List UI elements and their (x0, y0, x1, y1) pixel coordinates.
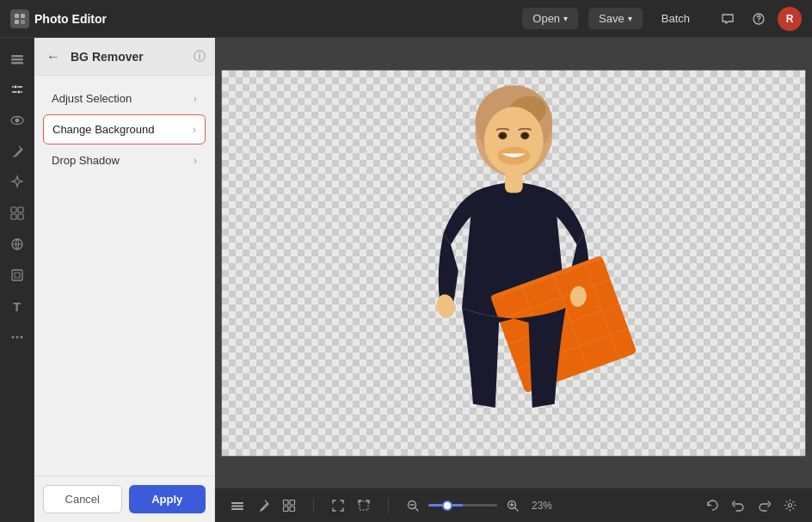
sidebar-item-view[interactable] (3, 107, 31, 134)
adjust-selection-chevron-icon: › (194, 93, 197, 105)
open-caret-icon: ▾ (563, 14, 568, 23)
zoom-out-button[interactable] (401, 494, 425, 518)
sidebar-item-effects[interactable] (3, 169, 31, 196)
bottom-view-group (326, 494, 376, 518)
svg-rect-50 (290, 500, 295, 505)
svg-rect-0 (15, 14, 19, 18)
zoom-controls: 23% (401, 494, 556, 518)
svg-point-60 (788, 504, 791, 507)
edit-bottom-icon[interactable] (251, 494, 275, 518)
svg-line-54 (415, 507, 419, 511)
zoom-slider[interactable] (428, 504, 497, 507)
sidebar-item-layers[interactable] (3, 45, 31, 72)
svg-rect-7 (11, 58, 23, 61)
bottom-toolbar: 23% (215, 488, 812, 522)
panel-body: Adjust Selection › Change Background › D… (34, 76, 214, 476)
sidebar-item-text[interactable]: T (3, 292, 31, 320)
svg-point-34 (521, 132, 527, 138)
bottom-separator-2 (388, 498, 389, 513)
panel-header: ← BG Remover ⓘ (34, 38, 214, 76)
app-logo: Photo Editor (10, 9, 107, 28)
save-caret-icon: ▾ (628, 14, 632, 23)
svg-point-23 (11, 336, 14, 339)
svg-rect-16 (18, 207, 23, 212)
svg-rect-15 (11, 207, 16, 212)
save-button[interactable]: Save ▾ (588, 8, 643, 29)
zoom-in-button[interactable] (501, 494, 525, 518)
sidebar-item-gallery[interactable] (3, 200, 31, 227)
topbar: Photo Editor Open ▾ Save ▾ Batch R (0, 0, 812, 38)
undo-button[interactable] (726, 494, 750, 518)
app-title: Photo Editor (34, 12, 107, 26)
svg-point-14 (15, 119, 19, 123)
svg-rect-8 (11, 62, 23, 64)
svg-point-10 (14, 85, 17, 89)
layers-bottom-icon[interactable] (225, 494, 249, 518)
logo-icon (10, 9, 29, 28)
svg-rect-3 (21, 20, 25, 24)
change-background-chevron-icon: › (193, 124, 196, 136)
drop-shadow-item[interactable]: Drop Shadow › (43, 146, 206, 175)
sidebar-item-more[interactable] (3, 323, 31, 351)
open-button[interactable]: Open ▾ (522, 8, 578, 29)
bg-remover-panel: ← BG Remover ⓘ Adjust Selection › Change… (34, 38, 215, 522)
topbar-actions: R (716, 7, 802, 31)
panel-footer: Cancel Apply (34, 476, 214, 522)
adjust-selection-item[interactable]: Adjust Selection › (43, 84, 206, 113)
svg-point-33 (500, 132, 506, 138)
svg-rect-35 (505, 170, 523, 193)
panel-back-button[interactable]: ← (43, 47, 64, 66)
svg-rect-49 (284, 500, 289, 505)
left-sidebar: T (0, 38, 34, 522)
batch-button[interactable]: Batch (653, 8, 698, 29)
svg-point-25 (20, 336, 22, 339)
avatar[interactable]: R (778, 7, 802, 31)
zoom-percent-label: 23% (528, 500, 556, 512)
panel-info-button[interactable]: ⓘ (194, 49, 206, 64)
person-figure (222, 71, 805, 456)
svg-rect-22 (15, 273, 20, 278)
chat-icon-button[interactable] (716, 7, 740, 31)
svg-line-57 (515, 507, 519, 511)
svg-rect-51 (284, 507, 289, 512)
fit-screen-icon[interactable] (326, 494, 350, 518)
svg-rect-48 (231, 508, 243, 510)
svg-rect-18 (18, 214, 23, 219)
svg-rect-21 (12, 270, 22, 280)
bottom-separator-1 (313, 498, 314, 513)
svg-point-29 (484, 107, 544, 175)
svg-rect-46 (231, 502, 243, 504)
svg-rect-52 (290, 507, 295, 512)
sidebar-item-adjustments[interactable] (3, 76, 31, 103)
canvas-area: 23% (215, 38, 812, 522)
svg-point-5 (758, 21, 759, 21)
canvas-content (215, 38, 812, 488)
drop-shadow-chevron-icon: › (194, 155, 197, 167)
svg-rect-17 (11, 214, 16, 219)
svg-rect-1 (21, 14, 25, 18)
bottom-history-group (700, 494, 802, 518)
cancel-button[interactable]: Cancel (43, 485, 122, 513)
crop-icon[interactable] (352, 494, 376, 518)
canvas-image (221, 70, 806, 457)
settings-bottom-icon[interactable] (778, 494, 802, 518)
sidebar-item-frames[interactable] (3, 261, 31, 289)
sidebar-item-objects[interactable] (3, 230, 31, 258)
help-icon-button[interactable] (747, 7, 771, 31)
main-layout: T ← BG Remover ⓘ Adjust Selection › Chan… (0, 38, 812, 522)
svg-rect-6 (11, 55, 23, 58)
svg-point-24 (15, 336, 18, 339)
svg-rect-2 (15, 20, 19, 24)
svg-rect-47 (231, 505, 243, 507)
redo-button[interactable] (752, 494, 776, 518)
panel-title: BG Remover (71, 50, 187, 64)
history-icon[interactable] (700, 494, 724, 518)
apply-button[interactable]: Apply (129, 485, 206, 513)
svg-point-12 (17, 90, 21, 94)
sidebar-item-brush[interactable] (3, 138, 31, 165)
change-background-item[interactable]: Change Background › (43, 114, 206, 144)
bottom-layer-group (225, 494, 301, 518)
grid-bottom-icon[interactable] (277, 494, 301, 518)
